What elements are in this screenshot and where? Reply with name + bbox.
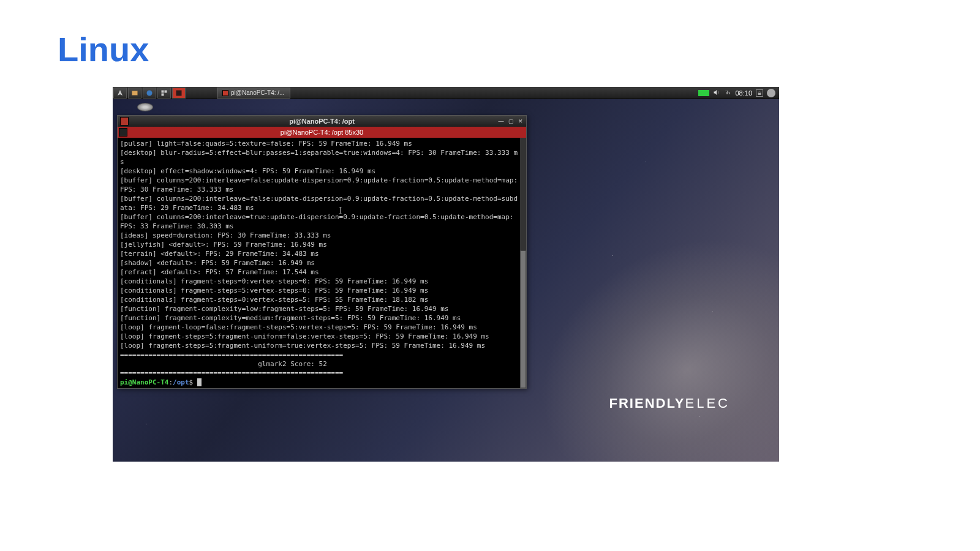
lock-icon[interactable] <box>756 89 763 97</box>
maximize-button[interactable]: ▢ <box>507 117 515 126</box>
disk-icon[interactable] <box>137 103 153 111</box>
desktop-screenshot: FRIENDLYELEC pi@NanoPC-T4: /... <box>113 87 779 462</box>
terminal-tab-label[interactable]: pi@NanoPC-T4: /opt 85x30 <box>281 129 363 136</box>
brand-bold: FRIENDLY <box>609 395 685 411</box>
volume-icon[interactable] <box>713 89 720 97</box>
network-icon[interactable] <box>724 89 731 97</box>
svg-point-1 <box>147 90 153 96</box>
taskbar: pi@NanoPC-T4: /... 08:10 <box>113 87 779 99</box>
terminal-window: pi@NanoPC-T4: /opt — ▢ ✕ pi@NanoPC-T4: /… <box>117 115 527 389</box>
svg-rect-6 <box>758 92 761 94</box>
terminal-titlebar[interactable]: pi@NanoPC-T4: /opt — ▢ ✕ <box>118 116 526 127</box>
svg-rect-0 <box>132 91 138 95</box>
user-avatar-icon[interactable] <box>767 89 775 97</box>
taskbar-clock[interactable]: 08:10 <box>735 89 752 97</box>
browser-icon[interactable] <box>143 88 156 99</box>
page-title: Linux <box>58 29 149 69</box>
file-manager-icon[interactable] <box>128 88 141 99</box>
terminal-scroll-thumb[interactable] <box>520 250 526 388</box>
brand-watermark: FRIENDLYELEC <box>609 395 730 411</box>
terminal-scrollbar[interactable] <box>520 138 526 388</box>
tray-indicator[interactable] <box>698 90 709 96</box>
minimize-button[interactable]: — <box>497 117 505 126</box>
windows-overview-icon[interactable] <box>157 88 171 99</box>
taskbar-left: pi@NanoPC-T4: /... <box>113 87 290 99</box>
task-label: pi@NanoPC-T4: /... <box>231 89 284 96</box>
task-terminal-icon <box>222 90 228 96</box>
brand-thin: ELEC <box>685 395 730 411</box>
svg-rect-3 <box>165 90 167 92</box>
terminal-launcher-icon[interactable] <box>172 88 186 99</box>
svg-rect-2 <box>162 90 164 92</box>
terminal-tab-icon[interactable] <box>119 128 127 137</box>
svg-rect-4 <box>162 93 164 96</box>
taskbar-right: 08:10 <box>698 89 779 97</box>
taskbar-task-button[interactable]: pi@NanoPC-T4: /... <box>217 88 290 99</box>
terminal-tab-bar: pi@NanoPC-T4: /opt 85x30 <box>118 127 526 138</box>
start-menu-icon[interactable] <box>113 88 127 99</box>
terminal-output[interactable]: [pulsar] light=false:quads=5:texture=fal… <box>118 138 520 388</box>
svg-rect-5 <box>176 90 182 96</box>
close-button[interactable]: ✕ <box>516 117 525 126</box>
terminal-title: pi@NanoPC-T4: /opt <box>118 118 526 125</box>
